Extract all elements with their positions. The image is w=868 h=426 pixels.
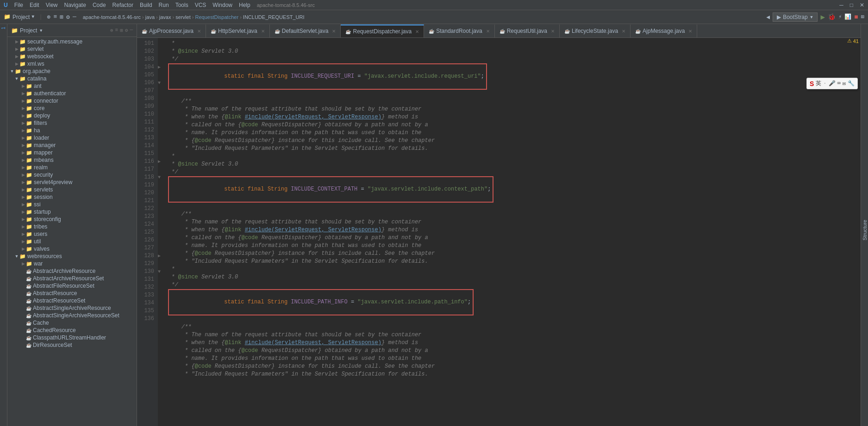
tree-item-realm[interactable]: ▶ 📁 realm — [7, 164, 137, 171]
tree-item-abstract-resource[interactable]: ☕ AbstractResource — [7, 290, 137, 297]
menu-edit[interactable]: Edit — [30, 2, 39, 8]
menu-file[interactable]: File — [14, 2, 23, 8]
tree-item-ant[interactable]: ▶ 📁 ant — [7, 82, 137, 90]
menu-run[interactable]: Run — [159, 2, 169, 8]
tree-item-abstract-archive[interactable]: ☕ AbstractArchiveResource — [7, 267, 137, 275]
menu-code[interactable]: Code — [93, 2, 106, 8]
panel-close-icon[interactable]: ─ — [130, 27, 133, 33]
tree-item-connector[interactable]: ▶ 📁 connector — [7, 97, 137, 105]
tree-item-war[interactable]: ▶ 📁 war — [7, 260, 137, 267]
menu-vcs[interactable]: VCS — [195, 2, 206, 8]
tree-item-cache[interactable]: ☕ Cache — [7, 319, 137, 327]
tree-item-tribes[interactable]: ▶ 📁 tribes — [7, 223, 137, 230]
panel-settings-icon[interactable]: ⊞ — [120, 27, 123, 33]
menu-navigate[interactable]: Navigate — [64, 2, 86, 8]
structure-icon[interactable]: ≡ — [53, 13, 57, 20]
tab-ajp[interactable]: ☕ AjpProcessor.java ✕ — [137, 25, 206, 37]
tree-item-abstract-resource-set[interactable]: ☕ AbstractResourceSet — [7, 297, 137, 304]
sougou-logo[interactable]: S — [810, 80, 814, 87]
tree-item-session[interactable]: ▶ 📁 session — [7, 193, 137, 201]
project-dropdown-icon[interactable]: ▼ — [31, 14, 34, 19]
back-icon[interactable]: ◀ — [766, 13, 770, 21]
menu-view[interactable]: View — [46, 2, 58, 8]
tree-item-mbeans[interactable]: ▶ 📁 mbeans — [7, 156, 137, 164]
maximize-editor-icon[interactable]: ⊞ — [861, 13, 864, 20]
tree-item-users[interactable]: ▶ 📁 users — [7, 230, 137, 238]
keyboard-icon[interactable]: ⌨ — [837, 80, 841, 87]
tab-close-icon[interactable]: ✕ — [197, 29, 201, 34]
mic-icon[interactable]: 🎤 — [829, 80, 836, 87]
tab-httpservlet[interactable]: ☕ HttpServlet.java ✕ — [206, 25, 270, 37]
menu-help[interactable]: Help — [239, 2, 250, 8]
tree-item-servlet4preview[interactable]: ▶ 📁 servlet4preview — [7, 179, 137, 186]
tree-item-mapper[interactable]: ▶ 📁 mapper — [7, 149, 137, 156]
bootstrap-dropdown-icon[interactable]: ▼ — [810, 15, 814, 19]
debug-button[interactable]: 🐞 — [828, 13, 836, 21]
tree-item-catalina[interactable]: ▼ 📁 catalina — [7, 75, 137, 82]
tree-item-cached-resource[interactable]: ☕ CachedResource — [7, 327, 137, 334]
settings-icon[interactable]: ⚙ — [66, 13, 70, 21]
tab-close-icon[interactable]: ✕ — [688, 29, 692, 34]
tree-item-webresources[interactable]: ▼ 📁 webresources — [7, 253, 137, 260]
close-btn[interactable]: ✕ — [860, 2, 864, 8]
tab-close-icon[interactable]: ✕ — [332, 29, 336, 34]
tree-item-ha[interactable]: ▶ 📁 ha — [7, 127, 137, 134]
menu-build[interactable]: Build — [140, 2, 152, 8]
tree-item-manager[interactable]: ▶ 📁 manager — [7, 142, 137, 149]
close-panel-icon[interactable]: ─ — [73, 13, 76, 20]
panel-gear-icon[interactable]: ⚙ — [125, 27, 128, 33]
tab-close-icon[interactable]: ✕ — [415, 29, 419, 34]
tab-request-dispatcher[interactable]: ☕ RequestDispatcher.java ✕ — [341, 25, 424, 37]
tree-item-util[interactable]: ▶ 📁 util — [7, 238, 137, 245]
tab-request-util[interactable]: ☕ RequestUtil.java ✕ — [495, 25, 560, 37]
run-button[interactable]: ▶ — [820, 12, 825, 22]
tab-default[interactable]: ☕ DefaultServlet.java ✕ — [270, 25, 341, 37]
tab-close-icon[interactable]: ✕ — [551, 29, 555, 34]
tree-item-abstract-file[interactable]: ☕ AbstractFileResourceSet — [7, 282, 137, 290]
stop-button[interactable]: ■ — [854, 13, 858, 21]
tree-item-core[interactable]: ▶ 📁 core — [7, 105, 137, 112]
coverage-icon[interactable]: ⚡ — [838, 13, 842, 20]
tree-item-deploy[interactable]: ▶ 📁 deploy — [7, 112, 137, 119]
tree-item-org-apache[interactable]: ▼ 📁 org.apache — [7, 68, 137, 75]
tree-item-loader[interactable]: ▶ 📁 loader — [7, 134, 137, 142]
tree-item-dir-resource[interactable]: ☕ DirResourceSet — [7, 341, 137, 349]
tree-item-xmlws[interactable]: ▶ 📁 xml.ws — [7, 60, 137, 68]
panel-sort-icon[interactable]: ≡ — [115, 27, 119, 33]
tree-item-startup[interactable]: ▶ 📁 startup — [7, 208, 137, 216]
locate-icon[interactable]: ⊕ — [110, 27, 113, 33]
tools-icon[interactable]: 🔧 — [848, 80, 855, 87]
tab-close-icon[interactable]: ✕ — [622, 29, 625, 34]
project-label[interactable]: Project — [12, 14, 30, 20]
profiler-icon[interactable]: 📊 — [844, 13, 851, 20]
tree-item-filters[interactable]: ▶ 📁 filters — [7, 119, 137, 127]
tab-ajpmessage[interactable]: ☕ AjpMessage.java ✕ — [631, 25, 697, 37]
tree-item-security[interactable]: ▶ 📁 security — [7, 171, 137, 179]
tab-close-icon[interactable]: ✕ — [486, 29, 490, 34]
tree-item-storeconfig[interactable]: ▶ 📁 storeconfig — [7, 216, 137, 223]
panel-dropdown-icon[interactable]: ▼ — [39, 28, 43, 33]
tree-item-abstract-single[interactable]: ☕ AbstractSingleArchiveResource — [7, 304, 137, 312]
tab-lifecycle[interactable]: ☕ LifecycleState.java ✕ — [560, 25, 631, 37]
input-mode-label[interactable]: 英 — [816, 80, 821, 87]
tree-item-authenticator[interactable]: ▶ 📁 authenticator — [7, 90, 137, 97]
menu-tools[interactable]: Tools — [175, 2, 188, 8]
tree-item-abstract-archive-set[interactable]: ☕ AbstractArchiveResourceSet — [7, 275, 137, 282]
tree-item-servlet[interactable]: ▶ 📁 servlet — [7, 45, 137, 53]
menu-refactor[interactable]: Refactor — [112, 2, 133, 8]
minimize-btn[interactable]: ─ — [839, 2, 843, 8]
tree-item-valves[interactable]: ▶ 📁 valves — [7, 245, 137, 253]
sync-icon[interactable]: ⊕ — [47, 13, 51, 21]
tree-item-classpath-url[interactable]: ☕ ClasspathURLStreamHandler — [7, 334, 137, 341]
project-view-icon[interactable]: 1 — [0, 26, 7, 31]
tab-close-icon[interactable]: ✕ — [261, 29, 265, 34]
tree-item-security-auth[interactable]: ▶ 📁 security.auth.message — [7, 38, 137, 45]
maximize-btn[interactable]: □ — [850, 2, 853, 8]
structure-panel-tab[interactable]: Structure — [861, 24, 868, 426]
tree-item-servlets[interactable]: ▶ 📁 servlets — [7, 186, 137, 193]
tab-standard-root[interactable]: ☕ StandardRoot.java ✕ — [424, 25, 494, 37]
layout-icon[interactable]: ⊞ — [60, 13, 63, 21]
mail-icon[interactable]: ✉ — [843, 80, 846, 87]
menu-window[interactable]: Window — [212, 2, 232, 8]
tree-item-abstract-single-set[interactable]: ☕ AbstractSingleArchiveResourceSet — [7, 312, 137, 319]
